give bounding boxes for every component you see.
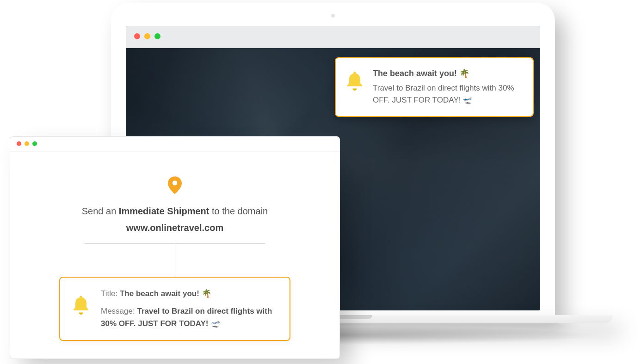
compose-title-label: Title: bbox=[101, 289, 120, 298]
compose-title-value[interactable]: The beach await you! 🌴 bbox=[120, 289, 211, 298]
svg-point-0 bbox=[173, 181, 177, 185]
window-minimize-icon[interactable] bbox=[144, 33, 150, 39]
laptop-camera bbox=[331, 14, 335, 18]
lead-prefix: Send an bbox=[82, 206, 119, 216]
flow-connector-vertical bbox=[175, 243, 175, 277]
bell-icon bbox=[345, 70, 364, 93]
window-controls bbox=[134, 33, 160, 39]
notification-title: The beach await you! 🌴 bbox=[373, 68, 523, 79]
lead-suffix: to the domain bbox=[209, 206, 268, 216]
composer-body: Send an Immediate Shipment to the domain… bbox=[10, 152, 339, 359]
composer-titlebar bbox=[10, 137, 339, 152]
composer-lead-text: Send an Immediate Shipment to the domain… bbox=[29, 204, 321, 235]
window-zoom-icon[interactable] bbox=[154, 33, 160, 39]
window-minimize-icon[interactable] bbox=[25, 141, 29, 146]
window-zoom-icon[interactable] bbox=[32, 141, 37, 146]
compose-message-label: Message: bbox=[101, 307, 137, 315]
lead-bold: Immediate Shipment bbox=[119, 206, 210, 216]
bell-icon bbox=[71, 294, 91, 330]
target-domain: www.onlinetravel.com bbox=[29, 221, 321, 235]
compose-card[interactable]: Title: The beach await you! 🌴 Message: T… bbox=[59, 277, 290, 341]
window-close-icon[interactable] bbox=[17, 141, 21, 146]
window-close-icon[interactable] bbox=[134, 33, 140, 39]
window-controls bbox=[17, 141, 37, 146]
location-pin-icon bbox=[168, 176, 182, 196]
compose-message-row: Message: Travel to Brazil on direct flig… bbox=[101, 305, 278, 330]
push-notification[interactable]: The beach await you! 🌴 Travel to Brazil … bbox=[335, 57, 534, 117]
notification-message: Travel to Brazil on direct flights with … bbox=[373, 82, 523, 106]
notification-text: The beach await you! 🌴 Travel to Brazil … bbox=[373, 68, 523, 106]
compose-title-row: Title: The beach await you! 🌴 bbox=[101, 288, 278, 300]
browser-titlebar bbox=[126, 26, 540, 48]
composer-window: Send an Immediate Shipment to the domain… bbox=[10, 137, 339, 358]
compose-fields: Title: The beach await you! 🌴 Message: T… bbox=[101, 288, 278, 330]
